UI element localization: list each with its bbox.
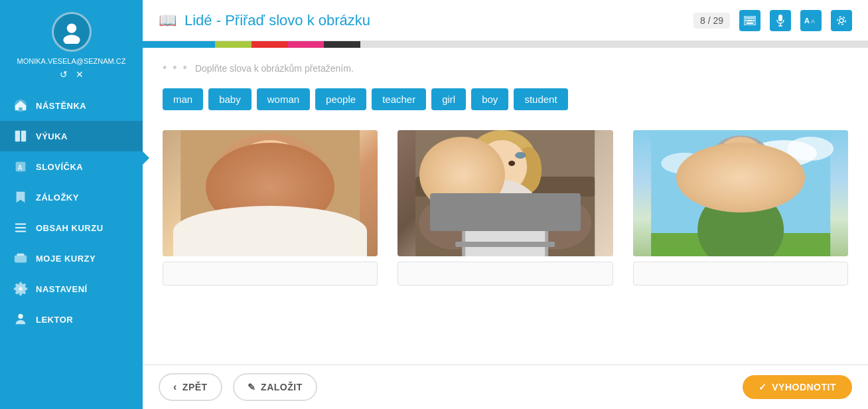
- man-photo: [633, 130, 848, 256]
- keyboard-icon: [744, 16, 756, 25]
- sidebar-item-obsah[interactable]: OBSAH KURZU: [0, 212, 143, 243]
- drop-zone-man[interactable]: [633, 262, 848, 286]
- active-arrow: [143, 151, 149, 165]
- svg-point-45: [197, 215, 343, 242]
- user-icon: [60, 20, 84, 44]
- svg-rect-76: [731, 190, 750, 203]
- svg-point-74: [748, 161, 756, 168]
- image-cards: [163, 130, 848, 286]
- svg-point-34: [240, 150, 287, 183]
- submit-button[interactable]: ✓ VYHODNOTIT: [743, 375, 852, 399]
- image-card-man: [633, 130, 848, 286]
- svg-point-67: [661, 153, 707, 174]
- word-tag-man[interactable]: man: [163, 88, 203, 110]
- svg-point-66: [787, 137, 833, 161]
- svg-point-40: [287, 186, 290, 189]
- svg-rect-20: [745, 20, 747, 21]
- translate-btn[interactable]: A A: [800, 10, 822, 31]
- microphone-btn[interactable]: [770, 10, 791, 31]
- woman-photo: [398, 130, 613, 256]
- bookmark-icon: [13, 190, 28, 204]
- svg-point-41: [265, 200, 275, 206]
- drop-zone-baby[interactable]: [163, 262, 378, 286]
- svg-rect-3: [15, 131, 20, 142]
- page-counter: 8 / 29: [693, 13, 730, 29]
- svg-point-13: [18, 314, 23, 319]
- person-icon: [13, 312, 28, 327]
- sidebar-item-zalozky[interactable]: ZÁLOŽKY: [0, 182, 143, 212]
- header-right: 8 / 29: [693, 10, 852, 31]
- image-card-woman: [398, 130, 613, 286]
- save-button[interactable]: ✎ ZALOŽIT: [233, 373, 317, 401]
- svg-rect-9: [15, 231, 27, 232]
- sidebar-item-moje[interactable]: MOJE KURZY: [0, 243, 143, 274]
- progress-seg-3: [215, 41, 252, 48]
- sidebar-nav: NÁSTĚNKA VÝUKA A SLOVÍČKA ZÁLOŽKY OBSAH …: [0, 90, 143, 335]
- baby-photo: [163, 130, 378, 256]
- word-tag-teacher[interactable]: teacher: [372, 88, 426, 110]
- header-title-wrapper: 📖 Lidé - Přiřaď slovo k obrázku: [159, 12, 370, 29]
- sidebar-item-vyuka[interactable]: VÝUKA: [0, 121, 143, 151]
- sidebar-icon-row: ↺ ✕: [60, 69, 84, 80]
- svg-text:A: A: [17, 164, 23, 171]
- svg-rect-19: [753, 17, 755, 19]
- svg-point-30: [837, 17, 845, 25]
- svg-rect-44: [181, 230, 360, 256]
- drop-zone-woman[interactable]: [398, 262, 613, 286]
- progress-bar: [143, 41, 868, 48]
- word-tag-woman[interactable]: woman: [257, 88, 310, 110]
- book-open-icon: 📖: [159, 12, 177, 29]
- svg-point-42: [227, 197, 253, 216]
- word-tag-people[interactable]: people: [315, 88, 366, 110]
- settings-btn[interactable]: [831, 10, 852, 31]
- svg-rect-18: [751, 17, 753, 19]
- svg-rect-24: [778, 15, 782, 21]
- chevron-left-icon: ‹: [173, 381, 177, 393]
- sidebar-item-lektor[interactable]: LEKTOR: [0, 304, 143, 335]
- svg-point-55: [488, 161, 495, 166]
- sidebar-item-nastaveni[interactable]: NASTAVENÍ: [0, 274, 143, 304]
- svg-point-29: [839, 19, 843, 23]
- word-tag-girl[interactable]: girl: [431, 88, 466, 110]
- svg-point-33: [224, 140, 317, 240]
- svg-point-0: [66, 23, 76, 33]
- word-tag-boy[interactable]: boy: [471, 88, 508, 110]
- main-content: 📖 Lidé - Přiřaď slovo k obrázku 8 / 29: [143, 0, 868, 409]
- svg-rect-31: [181, 130, 360, 256]
- footer-left: ‹ ZPĚT ✎ ZALOŽIT: [159, 373, 317, 401]
- svg-rect-10: [15, 255, 27, 262]
- keyboard-btn[interactable]: [739, 10, 760, 31]
- svg-rect-11: [17, 254, 25, 256]
- svg-point-38: [284, 186, 289, 191]
- sidebar-item-nastenka[interactable]: NÁSTĚNKA: [0, 90, 143, 121]
- word-tag-baby[interactable]: baby: [208, 88, 252, 110]
- image-woman: [398, 130, 613, 256]
- user-email: MONIKA.VESELA@SEZNAM.CZ: [17, 57, 126, 65]
- dots-icon: • • •: [163, 61, 188, 75]
- svg-rect-15: [745, 17, 747, 19]
- image-baby: [163, 130, 378, 256]
- word-tags-container: man baby woman people teacher girl boy s…: [163, 88, 848, 110]
- svg-point-37: [248, 186, 253, 191]
- microphone-icon: [776, 15, 784, 27]
- svg-rect-4: [21, 131, 26, 142]
- header: 📖 Lidé - Přiřaď slovo k obrázku 8 / 29: [143, 0, 868, 41]
- svg-rect-22: [753, 20, 755, 21]
- word-tag-student[interactable]: student: [514, 88, 567, 110]
- settings-icon: [13, 282, 28, 296]
- svg-text:A: A: [811, 18, 815, 25]
- sidebar-item-slovicka[interactable]: A SLOVÍČKA: [0, 151, 143, 182]
- progress-seg-remaining: [360, 41, 868, 48]
- back-button[interactable]: ‹ ZPĚT: [159, 373, 222, 401]
- config-icon: [836, 15, 847, 26]
- svg-point-32: [210, 133, 330, 240]
- refresh-icon[interactable]: ↺: [60, 69, 68, 80]
- svg-point-57: [499, 169, 504, 173]
- svg-rect-21: [747, 20, 753, 21]
- close-icon[interactable]: ✕: [76, 69, 84, 80]
- progress-seg-4: [252, 41, 288, 48]
- svg-point-58: [515, 152, 526, 159]
- progress-seg-6: [324, 41, 360, 48]
- sidebar: MONIKA.VESELA@SEZNAM.CZ ↺ ✕ NÁSTĚNKA VÝU…: [0, 0, 143, 409]
- svg-point-71: [708, 162, 719, 175]
